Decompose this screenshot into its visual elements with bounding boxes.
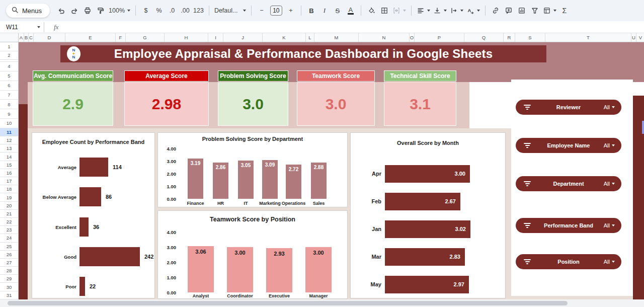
column-header-O[interactable]: O xyxy=(410,33,415,42)
row-header-25[interactable]: 25 xyxy=(0,243,19,251)
column-header-D[interactable]: D xyxy=(34,33,65,42)
slicer-department[interactable]: DepartmentAll xyxy=(516,176,621,191)
column-header-C[interactable]: C xyxy=(29,33,34,42)
row-header-21[interactable]: 21 xyxy=(0,210,19,218)
row-header-28[interactable]: 28 xyxy=(0,267,19,275)
functions-button[interactable]: Σ xyxy=(558,4,571,17)
font-select[interactable]: Defaul... xyxy=(213,4,248,17)
chart-teamwork-by-position[interactable]: Teamwork Score by Position4.003.002.001.… xyxy=(157,210,348,299)
fill-color-button[interactable] xyxy=(365,4,378,17)
column-header-A[interactable]: A xyxy=(19,33,24,42)
slicer-value-dropdown[interactable]: All xyxy=(604,181,615,187)
format-currency-button[interactable]: $ xyxy=(139,4,152,17)
column-header-G[interactable]: G xyxy=(126,33,165,42)
borders-button[interactable] xyxy=(378,4,391,17)
slicer-position[interactable]: PositionAll xyxy=(516,254,621,269)
column-header-F[interactable]: F xyxy=(116,33,126,42)
column-header-E[interactable]: E xyxy=(65,33,116,42)
row-header-12[interactable]: 12 xyxy=(0,136,19,144)
row-header-30[interactable]: 30 xyxy=(0,283,19,291)
column-header-R[interactable]: R xyxy=(504,33,515,42)
column-header-S[interactable]: S xyxy=(515,33,545,42)
row-header-31[interactable]: 31 xyxy=(0,291,19,299)
italic-button[interactable]: I xyxy=(318,4,331,17)
row-header-1[interactable]: 1 xyxy=(0,42,19,51)
row-header-20[interactable]: 20 xyxy=(0,202,19,210)
row-header-23[interactable]: 23 xyxy=(0,226,19,234)
column-header-H[interactable]: H xyxy=(165,33,208,42)
row-header-9[interactable]: 9 xyxy=(0,109,19,119)
slicer-employee-name[interactable]: Employee NameAll xyxy=(516,138,621,153)
paint-format-button[interactable] xyxy=(94,4,107,17)
font-size-input[interactable]: 10 xyxy=(270,6,282,16)
row-header-15[interactable]: 15 xyxy=(0,161,19,169)
row-header-16[interactable]: 16 xyxy=(0,169,19,177)
row-header-11[interactable]: 11 xyxy=(0,128,19,136)
slicer-value-dropdown[interactable]: All xyxy=(604,142,615,148)
column-header-P[interactable]: P xyxy=(415,33,464,42)
row-header-8[interactable]: 8 xyxy=(0,100,19,109)
row-header-4[interactable]: 4 xyxy=(0,62,19,71)
row-header-7[interactable]: 7 xyxy=(0,91,19,100)
bold-button[interactable]: B xyxy=(305,4,318,17)
column-header-J[interactable]: J xyxy=(223,33,263,42)
row-header-19[interactable]: 19 xyxy=(0,193,19,201)
row-header-27[interactable]: 27 xyxy=(0,259,19,267)
row-header-29[interactable]: 29 xyxy=(0,275,19,283)
column-header-Q[interactable]: Q xyxy=(464,33,504,42)
chart-overall-score-by-month[interactable]: Overall Score by MonthApr3.00Feb2.67Jan3… xyxy=(350,132,506,298)
slicer-value-dropdown[interactable]: All xyxy=(604,259,615,265)
column-header-B[interactable]: B xyxy=(24,33,29,42)
chart-problem-solving-by-department[interactable]: Problem Solving Score by Department4.003… xyxy=(157,132,348,207)
print-button[interactable] xyxy=(81,4,94,17)
slicer-reviewer[interactable]: ReviewerAll xyxy=(516,100,621,115)
column-header-L[interactable]: L xyxy=(306,33,314,42)
column-header-M[interactable]: M xyxy=(314,33,359,42)
insert-link-button[interactable] xyxy=(489,4,502,17)
strikethrough-button[interactable]: S xyxy=(331,4,344,17)
chart-employee-count-by-band[interactable]: Employee Count by Performance BandAverag… xyxy=(32,132,155,298)
slicer-value-dropdown[interactable]: All xyxy=(604,104,615,110)
row-header-10[interactable]: 10 xyxy=(0,119,19,128)
row-header-17[interactable]: 17 xyxy=(0,177,19,185)
text-rotation-button[interactable]: A xyxy=(465,4,481,17)
column-header-K[interactable]: K xyxy=(263,33,306,42)
column-header-N[interactable]: N xyxy=(359,33,410,42)
increase-decimals-button[interactable]: .00 xyxy=(179,4,192,17)
zoom-select[interactable]: 100% xyxy=(107,4,132,17)
column-header-I[interactable]: I xyxy=(208,33,223,42)
insert-chart-button[interactable] xyxy=(515,4,528,17)
text-color-button[interactable]: A xyxy=(348,7,354,15)
slicer-value-dropdown[interactable]: All xyxy=(604,222,615,228)
undo-button[interactable] xyxy=(55,4,68,17)
slicer-performance-band[interactable]: Performance BandAll xyxy=(516,218,621,233)
more-formats-button[interactable]: 123 xyxy=(192,4,205,17)
row-header-2[interactable]: 2 xyxy=(0,51,19,60)
row-header-26[interactable]: 26 xyxy=(0,251,19,259)
vertical-align-button[interactable] xyxy=(432,4,448,17)
redo-button[interactable] xyxy=(68,4,81,17)
name-box[interactable]: W11 xyxy=(0,24,40,31)
row-header-5[interactable]: 5 xyxy=(0,71,19,81)
increase-font-size-button[interactable]: + xyxy=(284,4,297,17)
horizontal-align-button[interactable] xyxy=(415,4,432,17)
create-filter-button[interactable] xyxy=(528,4,541,17)
row-header-14[interactable]: 14 xyxy=(0,152,19,161)
column-header-T[interactable]: T xyxy=(545,33,631,42)
format-percent-button[interactable]: % xyxy=(152,4,166,17)
row-header-6[interactable]: 6 xyxy=(0,81,19,91)
column-header-U[interactable]: U xyxy=(631,33,636,42)
column-header-V[interactable]: V xyxy=(636,33,644,42)
row-header-24[interactable]: 24 xyxy=(0,234,19,242)
text-wrap-button[interactable] xyxy=(448,4,465,17)
table-tools-button[interactable] xyxy=(541,4,558,17)
select-all-corner[interactable] xyxy=(0,33,19,42)
decrease-font-size-button[interactable]: − xyxy=(255,4,268,17)
decrease-decimals-button[interactable]: .0 xyxy=(166,4,179,17)
row-header-22[interactable]: 22 xyxy=(0,218,19,226)
horizontal-scrollbar-thumb[interactable] xyxy=(8,301,568,305)
row-header-13[interactable]: 13 xyxy=(0,144,19,152)
row-header-18[interactable]: 18 xyxy=(0,185,19,193)
merge-cells-button[interactable] xyxy=(391,4,408,17)
insert-comment-button[interactable] xyxy=(502,4,515,17)
